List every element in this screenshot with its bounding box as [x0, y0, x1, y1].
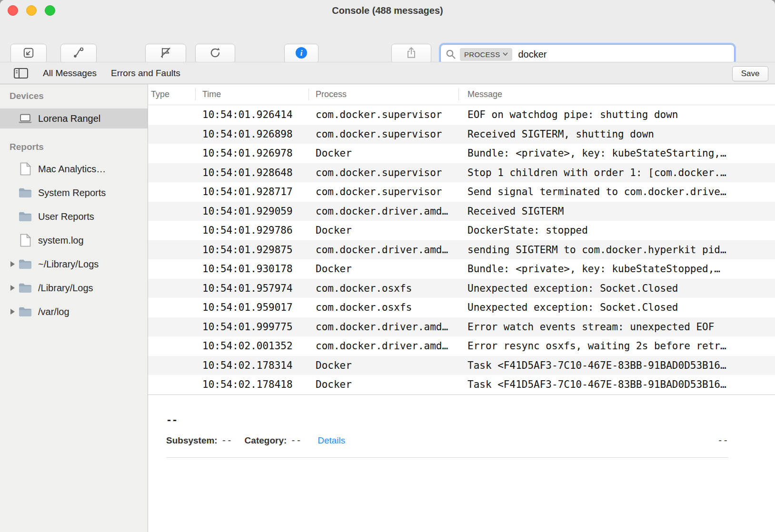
time-cell: 10:54:01.926978	[202, 144, 312, 163]
tab-all-messages[interactable]: All Messages	[43, 68, 97, 79]
message-cell: Error watch events stream: unexpected EO…	[467, 317, 772, 337]
subsystem-value: --	[221, 435, 232, 445]
sidebar-item-system-log[interactable]: system.log	[0, 228, 148, 252]
sidebar-item-label: /var/log	[38, 306, 70, 317]
tab-errors-and-faults[interactable]: Errors and Faults	[111, 68, 180, 79]
log-row[interactable]: 10:54:01.926414com.docker.supervisorEOF …	[148, 105, 775, 125]
sidebar-section-devices: Devices	[10, 91, 148, 101]
disclosure-triangle-icon[interactable]	[7, 309, 18, 315]
sidebar-item-var-log[interactable]: /var/log	[0, 300, 148, 324]
clear-flag-icon	[159, 47, 172, 61]
sidebar-item-system-reports[interactable]: System Reports	[0, 181, 148, 205]
sidebar-item-label: System Reports	[38, 187, 106, 198]
message-cell: Send signal terminated to com.docker.dri…	[467, 182, 772, 202]
message-cell: Unexpected exception: Socket.Closed	[467, 279, 772, 298]
sidebar-item-user-reports[interactable]: User Reports	[0, 205, 148, 228]
log-row[interactable]: 10:54:01.929786DockerDockerState: stoppe…	[148, 221, 775, 240]
detail-divider	[166, 457, 728, 458]
sidebar-section-reports: Reports	[10, 142, 148, 152]
process-cell: com.docker.osxfs	[316, 279, 461, 298]
message-cell: Bundle: <private>, key: kubeStateStartin…	[467, 144, 772, 163]
process-cell: com.docker.supervisor	[316, 182, 461, 202]
sidebar-item-list: Mac Analytics…System ReportsUser Reports…	[0, 157, 148, 324]
message-cell: Unexpected exception: Socket.Closed	[467, 298, 772, 317]
process-cell: com.docker.driver.amd…	[316, 240, 461, 260]
message-cell: Task <F41D5AF3-7C10-467E-83BB-91BAD0D53B…	[467, 356, 772, 375]
reload-icon	[209, 47, 221, 61]
log-row[interactable]: 10:54:01.929059com.docker.driver.amd…Rec…	[148, 202, 775, 221]
disclosure-triangle-icon[interactable]	[7, 261, 18, 267]
message-cell: Task <F41D5AF3-7C10-467E-83BB-91BAD0D53B…	[467, 375, 772, 394]
jump-to-now-icon	[22, 47, 35, 61]
details-link[interactable]: Details	[318, 435, 345, 446]
message-cell: Stop 1 children with order 1: [com.docke…	[467, 163, 772, 183]
process-cell: com.docker.supervisor	[316, 125, 461, 144]
log-row[interactable]: 10:54:01.999775com.docker.driver.amd…Err…	[148, 317, 775, 337]
column-header-type[interactable]: Type	[151, 84, 169, 105]
sidebar-toggle-icon	[13, 67, 29, 79]
log-row[interactable]: 10:54:01.928717com.docker.supervisorSend…	[148, 182, 775, 202]
content: Devices Lorena Rangel Reports Mac Analyt…	[0, 84, 775, 532]
info-icon: i	[295, 46, 308, 61]
chevron-down-icon	[503, 52, 508, 56]
search-input[interactable]	[517, 49, 729, 60]
document-icon	[18, 162, 32, 176]
log-table: 10:54:01.926414com.docker.supervisorEOF …	[148, 105, 775, 394]
time-cell: 10:54:01.926414	[202, 105, 312, 125]
column-divider	[458, 89, 459, 100]
sidebar-item-library-logs[interactable]: /Library/Logs	[0, 276, 148, 300]
activities-icon	[72, 47, 85, 61]
subsystem-label: Subsystem:	[166, 435, 218, 446]
message-cell: Bundle: <private>, key: kubeStateStopped…	[467, 259, 772, 279]
log-row[interactable]: 10:54:01.926978DockerBundle: <private>, …	[148, 144, 775, 163]
category-label: Category:	[245, 435, 287, 446]
log-row[interactable]: 10:54:01.930178DockerBundle: <private>, …	[148, 259, 775, 279]
log-row[interactable]: 10:54:01.959017com.docker.osxfsUnexpecte…	[148, 298, 775, 317]
process-cell: Docker	[316, 356, 461, 375]
column-divider	[308, 89, 309, 100]
search-field[interactable]: PROCESS	[440, 44, 735, 64]
document-icon	[18, 234, 32, 247]
time-cell: 10:54:01.959017	[202, 298, 312, 317]
column-header-process[interactable]: Process	[316, 84, 347, 105]
message-cell: Error resync osxfs, waiting 2s before re…	[467, 336, 772, 356]
category-value: --	[290, 435, 301, 445]
process-cell: Docker	[316, 259, 461, 279]
process-cell: com.docker.driver.amd…	[316, 336, 461, 356]
window-title: Console (488 messages)	[0, 0, 775, 21]
search-filter-token[interactable]: PROCESS	[460, 48, 512, 61]
message-cell: EOF on watchdog pipe: shutting down	[467, 105, 772, 125]
log-row[interactable]: 10:54:02.178418DockerTask <F41D5AF3-7C10…	[148, 375, 775, 394]
zoom-button[interactable]	[45, 5, 55, 16]
message-cell: Received SIGTERM, shutting down	[467, 125, 772, 144]
sidebar-item-library-logs[interactable]: ~/Library/Logs	[0, 252, 148, 276]
device-name: Lorena Rangel	[38, 113, 100, 124]
laptop-icon	[18, 113, 32, 124]
time-cell: 10:54:01.929786	[202, 221, 312, 240]
sidebar-item-label: Mac Analytics…	[38, 164, 106, 175]
log-row[interactable]: 10:54:01.929875com.docker.driver.amd…sen…	[148, 240, 775, 260]
sidebar-item-label: User Reports	[38, 211, 94, 222]
traffic-lights	[8, 5, 55, 16]
column-header-time[interactable]: Time	[202, 84, 221, 105]
log-row[interactable]: 10:54:02.178314DockerTask <F41D5AF3-7C10…	[148, 356, 775, 375]
log-pane: Type Time Process Message 10:54:01.92641…	[148, 84, 775, 532]
disclosure-triangle-icon[interactable]	[7, 285, 18, 291]
time-cell: 10:54:01.928648	[202, 163, 312, 183]
log-row[interactable]: 10:54:02.001352com.docker.driver.amd…Err…	[148, 336, 775, 356]
process-cell: com.docker.driver.amd…	[316, 317, 461, 337]
sidebar-item-device[interactable]: Lorena Rangel	[0, 108, 148, 128]
log-row[interactable]: 10:54:01.957974com.docker.osxfsUnexpecte…	[148, 279, 775, 298]
folder-icon	[18, 306, 32, 317]
sidebar-item-mac-analytics[interactable]: Mac Analytics…	[0, 157, 148, 181]
table-header: Type Time Process Message	[148, 84, 775, 105]
detail-right-value: --	[717, 435, 728, 445]
minimize-button[interactable]	[26, 5, 37, 16]
log-row[interactable]: 10:54:01.926898com.docker.supervisorRece…	[148, 125, 775, 144]
column-header-message[interactable]: Message	[467, 84, 502, 105]
close-button[interactable]	[8, 5, 18, 16]
console-window: Console (488 messages) Now Activities	[0, 0, 775, 532]
sidebar-toggle-button[interactable]	[13, 67, 29, 79]
save-button[interactable]: Save	[732, 66, 768, 81]
log-row[interactable]: 10:54:01.928648com.docker.supervisorStop…	[148, 163, 775, 183]
